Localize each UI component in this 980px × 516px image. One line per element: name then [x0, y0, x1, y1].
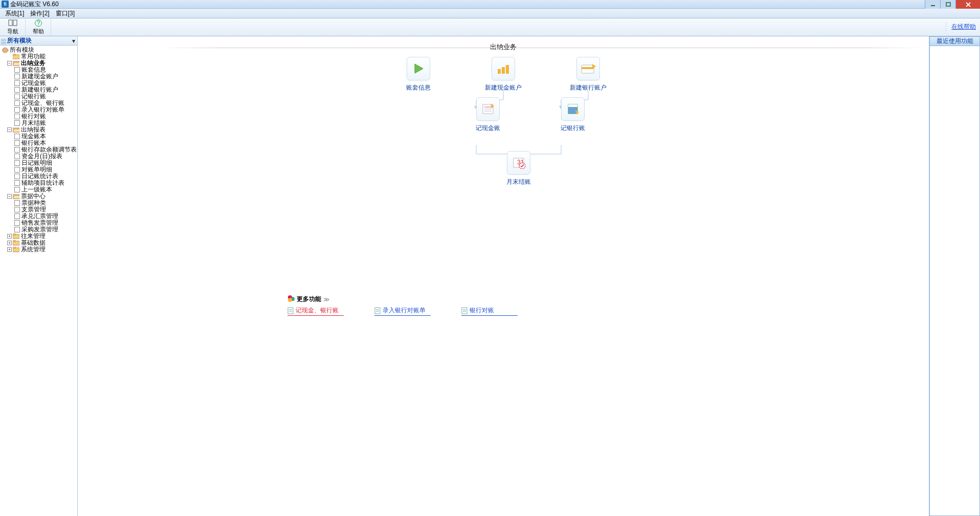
menu-bar: 系统[1] 操作[2] 窗口[3] [0, 9, 980, 18]
flow-item-account-info[interactable]: 账套信息 [391, 57, 446, 92]
svg-point-47 [288, 298, 292, 302]
more-link-import-recon[interactable]: 录入银行对账单 [374, 306, 431, 316]
expand-icon[interactable]: + [7, 241, 12, 245]
document-icon [461, 307, 467, 314]
page-title: 出纳业务 [490, 42, 517, 52]
collapse-icon[interactable]: − [7, 127, 12, 132]
svg-rect-29 [582, 67, 594, 69]
svg-rect-26 [502, 67, 505, 74]
menu-operate[interactable]: 操作[2] [27, 9, 52, 18]
question-icon: ? [34, 19, 42, 27]
svg-rect-48 [288, 308, 293, 314]
flow-row-3: 31 月末结账 [365, 151, 641, 186]
maximize-button[interactable] [940, 0, 955, 9]
window-buttons [925, 0, 980, 9]
expand-icon[interactable]: + [7, 247, 12, 252]
title-bar: fi 金码记账宝 V6.60 [0, 0, 980, 9]
folder-icon [13, 233, 19, 239]
right-pane: 最近使用功能 [929, 36, 980, 516]
svg-rect-19 [13, 233, 15, 235]
app-icon: fi [2, 1, 9, 8]
coins-icon [492, 57, 515, 80]
toolbar-nav-label: 导航 [7, 28, 18, 35]
left-pane-title: 所有模块 [7, 36, 32, 45]
flow-item-new-bank[interactable]: 新建银行账户 [561, 57, 615, 92]
flow-item-rec-bank[interactable]: 记银行账 [546, 97, 600, 133]
flow-item-rec-cash[interactable]: 记现金账 [461, 97, 515, 133]
svg-text:?: ? [36, 19, 40, 27]
tree-node-sys[interactable]: +系统管理 [0, 246, 77, 253]
svg-rect-25 [498, 69, 501, 74]
svg-rect-51 [375, 308, 380, 314]
grip-icon [1, 38, 6, 44]
folder-open-icon [13, 193, 19, 199]
right-pane-header: 最近使用功能 [930, 37, 979, 46]
tool-bar: 导航 ? 帮助 在线帮助 [0, 18, 980, 36]
menu-window[interactable]: 窗口[3] [53, 9, 78, 18]
folder-open-icon [13, 127, 19, 133]
svg-rect-1 [946, 3, 950, 6]
flow-item-month-close[interactable]: 31 月末结账 [492, 151, 546, 186]
more-link-rec-both[interactable]: 记现金、银行账 [287, 306, 344, 316]
folder-icon [13, 54, 19, 59]
flow-diagram: 账套信息 新建现金账户 新建银行账户 [365, 57, 641, 191]
svg-point-8 [3, 48, 8, 53]
document-icon [287, 307, 294, 314]
left-pane-header[interactable]: 所有模块 ▾ [0, 36, 77, 46]
chevron-right-icon: ≫ [323, 296, 330, 303]
flow-item-new-cash[interactable]: 新建现金账户 [476, 57, 530, 92]
ledger-icon [561, 97, 585, 121]
note-icon [476, 97, 500, 121]
document-icon [374, 307, 381, 314]
collapse-icon[interactable]: − [7, 194, 12, 199]
svg-rect-39 [568, 104, 577, 107]
center-pane: 出纳业务 账套信息 新建现金账户 新建银行账户 [78, 36, 929, 516]
calendar-check-icon: 31 [507, 151, 530, 175]
main-area: 所有模块 ▾ 所有模块 常用功能 −出纳业务 账套信息 新建现金账户 记现金账 … [0, 36, 980, 516]
minimize-button[interactable] [925, 0, 940, 9]
flow-row-1: 账套信息 新建现金账户 新建银行账户 [365, 57, 641, 92]
planet-icon [2, 47, 9, 53]
more-link-bank-recon[interactable]: 银行对账 [461, 306, 518, 316]
toolbar-nav-button[interactable]: 导航 [0, 19, 26, 36]
play-icon [407, 57, 430, 80]
app-title: 金码记账宝 V6.60 [10, 0, 980, 9]
more-section: 更多功能≫ 记现金、银行账 录入银行对账单 银行对账 [287, 295, 745, 316]
svg-marker-17 [13, 196, 19, 199]
puzzle-icon [287, 295, 295, 304]
left-pane: 所有模块 ▾ 所有模块 常用功能 −出纳业务 账套信息 新建现金账户 记现金账 … [0, 36, 78, 516]
online-help-link[interactable]: 在线帮助 [946, 23, 976, 31]
svg-rect-5 [13, 20, 17, 26]
svg-rect-27 [506, 65, 509, 74]
svg-marker-13 [13, 62, 19, 66]
svg-rect-54 [462, 308, 467, 314]
folder-open-icon [13, 60, 19, 66]
close-button[interactable] [955, 0, 980, 9]
flow-row-2: 记现金账 记银行账 [419, 97, 641, 133]
folder-icon [13, 247, 19, 252]
toolbar-help-label: 帮助 [33, 28, 44, 35]
more-header: 更多功能≫ [287, 295, 745, 304]
folder-icon [13, 240, 19, 246]
svg-rect-11 [13, 54, 15, 55]
more-links: 记现金、银行账 录入银行对账单 银行对账 [287, 306, 745, 316]
menu-system[interactable]: 系统[1] [2, 9, 27, 18]
collapse-icon[interactable]: − [7, 61, 12, 66]
svg-rect-21 [13, 240, 15, 242]
svg-marker-24 [415, 64, 423, 73]
divider [160, 48, 925, 48]
card-icon [576, 57, 600, 80]
svg-rect-23 [13, 247, 15, 248]
toolbar-help-button[interactable]: ? 帮助 [26, 19, 51, 36]
svg-marker-15 [13, 129, 19, 132]
expand-icon[interactable]: + [7, 234, 12, 239]
navigation-tree: 所有模块 常用功能 −出纳业务 账套信息 新建现金账户 记现金账 新建银行账户 … [0, 46, 77, 516]
chevron-down-icon[interactable]: ▾ [72, 37, 75, 45]
book-icon [8, 19, 17, 27]
svg-rect-4 [9, 20, 12, 26]
